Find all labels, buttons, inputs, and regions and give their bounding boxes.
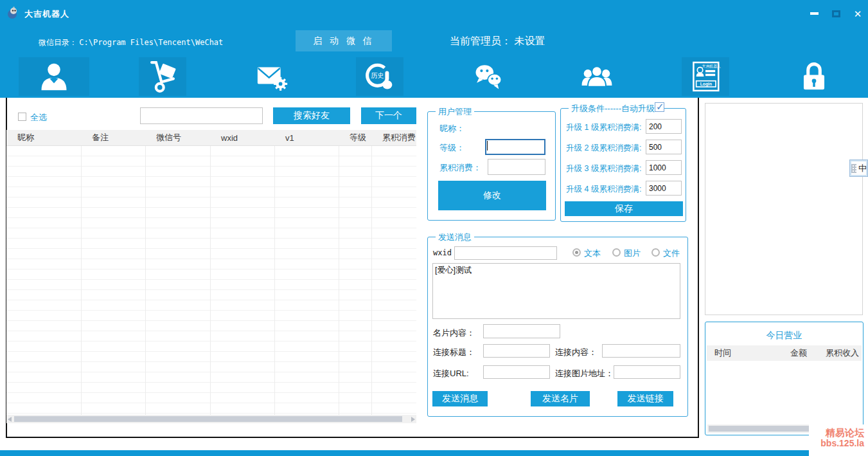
select-all-checkbox[interactable] [18, 113, 26, 121]
upgrade-row4-input[interactable] [646, 181, 682, 196]
link-url-input[interactable] [483, 365, 550, 379]
send-message-group: 发送消息 wxid 文本 图片 文件 [爱心]测试 名片内容： 连接标题： 连接… [427, 237, 688, 417]
toolbar-login-button[interactable]: 大吉机器人 Login [651, 57, 759, 96]
consumption-input[interactable] [488, 159, 545, 175]
friends-hscroll-thumb[interactable] [14, 416, 402, 422]
radio-text[interactable] [572, 248, 581, 257]
col-time[interactable]: 时间 [707, 347, 790, 359]
upgrade-row4-label: 升级 4 级累积消费满: [566, 184, 641, 195]
close-icon: ✕ [854, 9, 862, 19]
level-input[interactable] [485, 139, 545, 155]
select-all-label: 全选 [30, 112, 47, 123]
history-icon-text: 历史 [371, 72, 384, 79]
login-icon-title: 大吉机器人 [702, 64, 721, 68]
friends-table-header[interactable]: 昵称 备注 微信号 wxid v1 等级 累积消费 [6, 130, 416, 146]
login-icon-button-text: Login [700, 82, 711, 87]
col-wxid[interactable]: wxid [210, 133, 274, 143]
col-nickname[interactable]: 昵称 [6, 132, 81, 143]
user-management-title: 用户管理 [436, 106, 474, 118]
col-remark[interactable]: 备注 [81, 132, 145, 143]
scroll-right-icon[interactable] [411, 417, 415, 422]
ime-mode-indicator: 中 [858, 163, 867, 174]
nickname-label: 昵称： [439, 123, 465, 134]
col-total-income[interactable]: 累积收入 [819, 347, 862, 359]
search-friends-button[interactable]: 搜索好友 [273, 107, 350, 124]
toolbar-user-button[interactable] [0, 57, 109, 96]
message-textarea[interactable]: [爱心]测试 [432, 263, 680, 319]
send-card-button[interactable]: 发送名片 [531, 391, 590, 406]
upgrade-title: 升级条件------自动升级 [569, 103, 657, 114]
minimize-button[interactable] [806, 8, 822, 19]
modify-button[interactable]: 修改 [438, 181, 546, 210]
today-table-header[interactable]: 时间 金额 累积收入 [707, 345, 862, 361]
launch-wechat-button[interactable]: 启 动 微 信 [296, 30, 392, 51]
wxid-input[interactable] [454, 246, 557, 260]
link-title-label: 连接标题： [433, 347, 475, 358]
scroll-left-icon[interactable] [8, 417, 12, 422]
header-band: 大吉机器人 ✕ 微信目录： C:\Program Files\Tencent\W… [0, 0, 868, 98]
toolbar-history-button[interactable]: 历史 [326, 57, 434, 96]
friends-table-hscrollbar[interactable] [6, 415, 416, 423]
radio-image[interactable] [612, 248, 621, 257]
col-level[interactable]: 等级 [339, 132, 371, 143]
user-icon [36, 60, 72, 93]
friend-search-input[interactable] [140, 107, 263, 124]
login-card-icon: 大吉机器人 Login [687, 59, 724, 94]
radio-file[interactable] [651, 248, 660, 257]
card-content-input[interactable] [483, 324, 560, 338]
upgrade-row1-input[interactable] [646, 119, 682, 134]
link-image-input[interactable] [614, 365, 680, 379]
maximize-button[interactable] [828, 8, 844, 19]
radio-image-label: 图片 [624, 248, 641, 259]
upgrade-row3-label: 升级 3 级累积消费满: [566, 163, 641, 174]
toolbar-group-button[interactable] [542, 57, 651, 96]
toolbar-lock-button[interactable] [759, 57, 868, 96]
app-window: 大吉机器人 ✕ 微信目录： C:\Program Files\Tencent\W… [0, 0, 868, 456]
link-image-label: 连接图片地址： [555, 368, 614, 379]
toolbar-mail-settings-button[interactable] [217, 57, 326, 96]
wechat-dir-row: 微信目录： C:\Program Files\Tencent\WeChat [39, 37, 223, 48]
auto-upgrade-checkbox[interactable] [655, 102, 664, 112]
card-content-label: 名片内容： [433, 327, 475, 339]
current-admin-row: 当前管理员： 未设置 [450, 35, 545, 48]
link-content-label: 连接内容： [555, 347, 597, 358]
window-title: 大吉机器人 [24, 8, 69, 20]
link-content-input[interactable] [602, 344, 680, 358]
minimize-icon [810, 12, 819, 15]
ime-drag-handle-icon[interactable] [851, 164, 856, 173]
col-wechat-id[interactable]: 微信号 [145, 132, 210, 143]
toolbar-wechat-button[interactable] [434, 57, 543, 96]
upgrade-row3-input[interactable] [646, 160, 682, 175]
wechat-icon [469, 60, 508, 93]
watermark: 精易论坛 bbs.125.la [809, 424, 868, 456]
maximize-icon [832, 10, 840, 17]
ime-toolbar[interactable]: 中 [849, 160, 868, 177]
mail-settings-icon [252, 60, 290, 93]
text-caret [487, 141, 488, 150]
today-business-panel: 今日营业 时间 金额 累积收入 [705, 322, 864, 435]
watermark-line1: 精易论坛 [809, 424, 864, 438]
lock-icon [797, 59, 831, 94]
upgrade-row1-label: 升级 1 级累积消费满: [566, 122, 641, 133]
upgrade-row2-input[interactable] [646, 140, 682, 154]
save-button[interactable]: 保存 [565, 201, 683, 216]
link-url-label: 连接URL: [433, 368, 469, 379]
friends-table-body[interactable] [6, 146, 416, 415]
send-message-button[interactable]: 发送消息 [432, 391, 488, 406]
col-consumption[interactable]: 累积消费 [371, 132, 416, 143]
consumption-label: 累积消费： [439, 162, 481, 174]
col-v1[interactable]: v1 [274, 133, 339, 143]
user-management-group: 用户管理 昵称： 等级： 累积消费： 修改 [427, 111, 556, 221]
close-button[interactable]: ✕ [849, 8, 866, 19]
upgrade-group: 升级条件------自动升级 升级 1 级累积消费满: 升级 2 级累积消费满:… [560, 108, 686, 222]
right-listbox[interactable] [705, 103, 863, 315]
next-button[interactable]: 下一个 [361, 107, 416, 124]
watermark-line2: bbs.125.la [809, 438, 864, 448]
col-amount[interactable]: 金额 [790, 347, 819, 359]
send-link-button[interactable]: 发送链接 [617, 391, 673, 406]
toolbar-orders-button[interactable] [109, 57, 217, 96]
link-title-input[interactable] [483, 344, 550, 358]
main-toolbar: 历史 [0, 57, 868, 96]
today-business-title: 今日营业 [705, 330, 863, 342]
group-icon [578, 60, 616, 93]
